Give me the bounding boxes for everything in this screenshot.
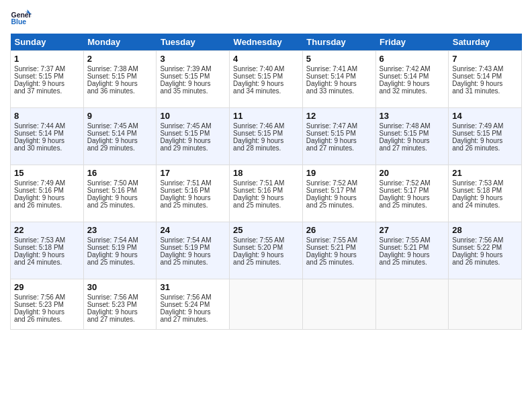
cell-w2-d2: 17Sunrise: 7:51 AMSunset: 5:16 PMDayligh… <box>157 165 230 222</box>
day-number: 3 <box>160 54 226 64</box>
cell-line: and 29 minutes. <box>87 144 153 152</box>
cell-line: Daylight: 9 hours <box>160 251 226 259</box>
cell-line: and 27 minutes. <box>87 316 153 323</box>
day-number: 16 <box>87 168 153 178</box>
day-number: 24 <box>160 225 226 235</box>
cell-line: Sunset: 5:16 PM <box>233 187 299 194</box>
cell-line: Sunrise: 7:48 AM <box>380 122 445 130</box>
cell-w1-d0: 8Sunrise: 7:44 AMSunset: 5:14 PMDaylight… <box>11 108 84 165</box>
cell-line: and 31 minutes. <box>452 87 518 95</box>
cell-line: Sunrise: 7:51 AM <box>160 179 226 187</box>
cell-line: Sunset: 5:15 PM <box>233 73 299 80</box>
cell-line: Sunrise: 7:51 AM <box>233 179 299 187</box>
cell-w1-d5: 13Sunrise: 7:48 AMSunset: 5:15 PMDayligh… <box>375 108 449 165</box>
cell-line: Sunset: 5:15 PM <box>233 130 299 137</box>
day-number: 9 <box>87 111 153 121</box>
cell-line: Sunset: 5:15 PM <box>306 130 372 137</box>
cell-line: Sunrise: 7:52 AM <box>380 179 445 187</box>
main-container: General Blue SundayMondayTuesdayWednesda… <box>0 0 532 336</box>
day-number: 25 <box>233 225 299 235</box>
cell-line: Sunrise: 7:37 AM <box>14 65 80 73</box>
cell-w3-d2: 24Sunrise: 7:54 AMSunset: 5:19 PMDayligh… <box>157 222 230 279</box>
cell-w1-d4: 12Sunrise: 7:47 AMSunset: 5:15 PMDayligh… <box>302 108 375 165</box>
cell-w2-d4: 19Sunrise: 7:52 AMSunset: 5:17 PMDayligh… <box>302 165 375 222</box>
day-number: 10 <box>160 111 226 121</box>
cell-w1-d1: 9Sunrise: 7:45 AMSunset: 5:14 PMDaylight… <box>83 108 157 165</box>
cell-line: Sunset: 5:16 PM <box>14 187 80 194</box>
col-header-tuesday: Tuesday <box>157 34 230 51</box>
cell-w3-d0: 22Sunrise: 7:53 AMSunset: 5:18 PMDayligh… <box>11 222 84 279</box>
day-number: 21 <box>452 168 518 178</box>
cell-line: Sunrise: 7:49 AM <box>452 122 518 130</box>
cell-line: Sunrise: 7:55 AM <box>380 236 445 244</box>
cell-w1-d6: 14Sunrise: 7:49 AMSunset: 5:15 PMDayligh… <box>449 108 522 165</box>
cell-line: Sunrise: 7:52 AM <box>306 179 372 187</box>
cell-line: Daylight: 9 hours <box>452 137 518 144</box>
cell-w0-d6: 7Sunrise: 7:43 AMSunset: 5:14 PMDaylight… <box>449 51 522 108</box>
cell-line: Sunrise: 7:47 AM <box>306 122 372 130</box>
day-number: 2 <box>87 54 153 64</box>
cell-line: Sunset: 5:15 PM <box>380 130 445 137</box>
cell-line: Daylight: 9 hours <box>87 308 153 316</box>
cell-line: and 37 minutes. <box>14 87 80 95</box>
cell-w4-d4 <box>302 279 375 330</box>
cell-line: and 28 minutes. <box>233 144 299 152</box>
cell-line: Sunrise: 7:45 AM <box>87 122 153 130</box>
cell-w0-d4: 5Sunrise: 7:41 AMSunset: 5:14 PMDaylight… <box>302 51 375 108</box>
cell-line: Daylight: 9 hours <box>160 308 226 316</box>
cell-line: Sunrise: 7:45 AM <box>160 122 226 130</box>
cell-w3-d5: 27Sunrise: 7:55 AMSunset: 5:21 PMDayligh… <box>375 222 449 279</box>
cell-w4-d3 <box>230 279 303 330</box>
cell-line: Sunset: 5:23 PM <box>87 301 153 308</box>
cell-w4-d0: 29Sunrise: 7:56 AMSunset: 5:23 PMDayligh… <box>11 279 84 330</box>
cell-line: Sunrise: 7:46 AM <box>233 122 299 130</box>
cell-line: and 25 minutes. <box>306 259 372 266</box>
cell-line: Sunset: 5:15 PM <box>87 73 153 80</box>
day-number: 8 <box>14 111 80 121</box>
cell-line: Daylight: 9 hours <box>380 137 445 144</box>
cell-line: Daylight: 9 hours <box>380 194 445 201</box>
cell-line: Daylight: 9 hours <box>452 194 518 201</box>
logo-icon: General Blue <box>10 7 32 28</box>
cell-w0-d5: 6Sunrise: 7:42 AMSunset: 5:14 PMDaylight… <box>375 51 449 108</box>
cell-w2-d0: 15Sunrise: 7:49 AMSunset: 5:16 PMDayligh… <box>11 165 84 222</box>
cell-line: Sunset: 5:14 PM <box>14 130 80 137</box>
day-number: 22 <box>14 225 80 235</box>
day-number: 28 <box>452 225 518 235</box>
cell-line: Sunrise: 7:42 AM <box>380 65 445 73</box>
cell-w3-d6: 28Sunrise: 7:56 AMSunset: 5:22 PMDayligh… <box>449 222 522 279</box>
cell-line: Daylight: 9 hours <box>160 194 226 201</box>
cell-line: Daylight: 9 hours <box>233 251 299 259</box>
cell-line: Sunset: 5:23 PM <box>14 301 80 308</box>
cell-line: and 25 minutes. <box>233 201 299 209</box>
day-number: 18 <box>233 168 299 178</box>
day-number: 5 <box>306 54 372 64</box>
cell-w4-d6 <box>449 279 522 330</box>
cell-line: Sunset: 5:15 PM <box>160 73 226 80</box>
cell-line: Daylight: 9 hours <box>14 137 80 144</box>
cell-line: Daylight: 9 hours <box>306 194 372 201</box>
cell-line: Sunrise: 7:41 AM <box>306 65 372 73</box>
cell-line: Daylight: 9 hours <box>380 80 445 87</box>
cell-w0-d0: 1Sunrise: 7:37 AMSunset: 5:15 PMDaylight… <box>11 51 84 108</box>
cell-line: Sunset: 5:21 PM <box>306 244 372 251</box>
cell-line: Sunrise: 7:40 AM <box>233 65 299 73</box>
cell-w1-d3: 11Sunrise: 7:46 AMSunset: 5:15 PMDayligh… <box>230 108 303 165</box>
day-number: 31 <box>160 282 226 292</box>
cell-line: Sunrise: 7:53 AM <box>452 179 518 187</box>
cell-line: Daylight: 9 hours <box>452 251 518 259</box>
cell-line: Sunrise: 7:56 AM <box>452 236 518 244</box>
day-number: 15 <box>14 168 80 178</box>
cell-line: and 34 minutes. <box>233 87 299 95</box>
col-header-monday: Monday <box>83 34 157 51</box>
cell-line: and 25 minutes. <box>380 201 445 209</box>
cell-line: Sunset: 5:14 PM <box>306 73 372 80</box>
day-number: 26 <box>306 225 372 235</box>
day-number: 19 <box>306 168 372 178</box>
calendar-table: SundayMondayTuesdayWednesdayThursdayFrid… <box>10 34 522 330</box>
cell-line: Sunset: 5:24 PM <box>160 301 226 308</box>
cell-line: Sunset: 5:16 PM <box>160 187 226 194</box>
cell-w2-d5: 20Sunrise: 7:52 AMSunset: 5:17 PMDayligh… <box>375 165 449 222</box>
cell-line: Daylight: 9 hours <box>87 251 153 259</box>
cell-line: and 25 minutes. <box>306 201 372 209</box>
